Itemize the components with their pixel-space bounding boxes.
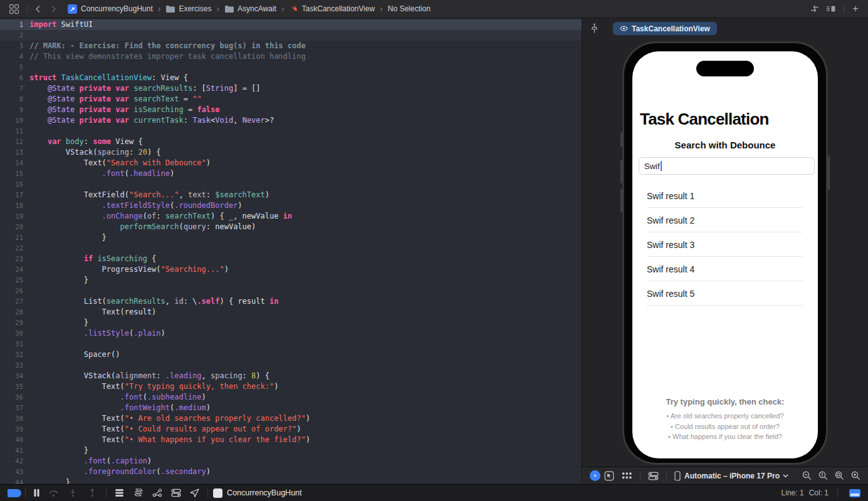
code-line-5[interactable]: 5 [0, 62, 582, 73]
code-line-4[interactable]: 4// This view demonstrates improper task… [0, 51, 582, 62]
code-line-23[interactable]: 23 if isSearching { [0, 254, 582, 264]
code-line-20[interactable]: 20 performSearch(query: newValue) [0, 222, 582, 232]
device-selector[interactable]: Automatic – iPhone 17 Pro [684, 472, 780, 480]
code-line-35[interactable]: 35 Text("Try typing quickly, then check:… [0, 381, 582, 392]
code-line-11[interactable]: 11 [0, 126, 582, 137]
line-number: 39 [0, 424, 29, 435]
code-line-31[interactable]: 31 [0, 339, 582, 349]
view-hierarchy-icon[interactable] [110, 488, 128, 497]
list-item[interactable]: Swif result 5 [632, 281, 818, 306]
source-editor[interactable]: 1import SwiftUI23// MARK: - Exercise: Fi… [0, 18, 582, 484]
code-line-36[interactable]: 36 .font(.subheadline) [0, 392, 582, 403]
line-number: 9 [0, 105, 29, 115]
code-line-27[interactable]: 27 List(searchResults, id: \.self) { res… [0, 296, 582, 307]
editor-grid-icon[interactable] [6, 4, 22, 14]
zoom-actual-icon[interactable] [818, 471, 828, 480]
variants-icon[interactable] [618, 472, 636, 480]
line-number: 30 [0, 328, 29, 339]
code-line-34[interactable]: 34 VStack(alignment: .leading, spacing: … [0, 371, 582, 381]
code-line-32[interactable]: 32 Spacer() [0, 349, 582, 360]
project-icon: ↗ [68, 4, 77, 14]
list-item[interactable]: Swif result 4 [632, 257, 818, 281]
breadcrumb-item-asyncawait[interactable]: AsyncAwait [224, 4, 276, 13]
code-line-13[interactable]: 13 VStack(spacing: 20) { [0, 147, 582, 158]
code-line-2[interactable]: 2 [0, 30, 582, 41]
device-settings-icon[interactable] [644, 472, 662, 480]
breadcrumb-item-exercises[interactable]: Exercises [165, 4, 211, 13]
environment-overrides-icon[interactable] [167, 488, 186, 497]
app-title: Task Cancellation [640, 110, 769, 129]
code-line-25[interactable]: 25 } [0, 275, 582, 286]
editor-options-icon[interactable] [823, 4, 839, 13]
results-list: Swif result 1Swif result 2Swif result 3S… [632, 183, 818, 306]
code-line-1[interactable]: 1import SwiftUI [0, 19, 582, 30]
code-line-12[interactable]: 12 var body: some View { [0, 137, 582, 147]
code-line-21[interactable]: 21 } [0, 232, 582, 243]
code-line-18[interactable]: 18 .textFieldStyle(.roundedBorder) [0, 200, 582, 211]
code-line-7[interactable]: 7 @State private var searchResults: [Str… [0, 83, 582, 94]
chevron-down-icon[interactable] [783, 474, 788, 478]
code-line-39[interactable]: 39 Text("• Could results appear out of o… [0, 424, 582, 435]
code-line-15[interactable]: 15 .font(.headline) [0, 168, 582, 179]
code-line-16[interactable]: 16 [0, 179, 582, 190]
code-line-6[interactable]: 6struct TaskCancellationView: View { [0, 73, 582, 83]
breakpoints-icon[interactable] [8, 489, 21, 497]
breadcrumb-item-taskcancellationview[interactable]: TaskCancellationView [290, 4, 375, 13]
search-input[interactable]: Swif [639, 157, 815, 175]
code-text: Text("• Are old searches properly cancel… [29, 413, 310, 424]
debug-panel-icon[interactable] [849, 489, 860, 497]
zoom-fit-icon[interactable] [835, 471, 844, 480]
code-line-28[interactable]: 28 Text(result) [0, 307, 582, 318]
divider [25, 488, 26, 498]
code-line-9[interactable]: 9 @State private var isSearching = false [0, 105, 582, 115]
code-line-38[interactable]: 38 Text("• Are old searches properly can… [0, 413, 582, 424]
add-editor-icon[interactable]: + [849, 4, 862, 13]
zoom-in-icon[interactable] [851, 471, 860, 480]
running-app-name[interactable]: ConcurrencyBugHunt [227, 488, 302, 497]
step-over-icon[interactable] [44, 488, 63, 497]
code-line-26[interactable]: 26 [0, 286, 582, 296]
pointer-icon[interactable] [600, 471, 618, 481]
preview-tab[interactable]: TaskCancellationView [613, 22, 717, 35]
step-into-icon[interactable] [63, 488, 83, 497]
app-icon [213, 488, 222, 498]
memory-graph-icon[interactable] [128, 488, 148, 497]
step-out-icon[interactable] [83, 488, 102, 497]
zoom-out-icon[interactable] [802, 471, 812, 480]
code-text: @State private var searchText = "" [29, 94, 202, 105]
forward-chevron-icon[interactable] [48, 5, 59, 13]
breadcrumb-item-no-selection[interactable]: No Selection [388, 4, 431, 13]
code-line-8[interactable]: 8 @State private var searchText = "" [0, 94, 582, 105]
pin-icon[interactable] [590, 23, 599, 34]
caption-bullet: • What happens if you clear the field? [632, 431, 818, 442]
code-line-42[interactable]: 42 .font(.caption) [0, 456, 582, 467]
list-item[interactable]: Swif result 2 [632, 208, 818, 232]
location-icon[interactable] [186, 488, 204, 497]
line-number: 3 [0, 41, 29, 51]
code-line-30[interactable]: 30 .listStyle(.plain) [0, 328, 582, 339]
code-line-17[interactable]: 17 TextField("Search...", text: $searchT… [0, 190, 582, 200]
code-line-33[interactable]: 33 [0, 360, 582, 371]
code-line-14[interactable]: 14 Text("Search with Debounce") [0, 158, 582, 168]
code-review-icon[interactable] [807, 4, 823, 13]
code-line-37[interactable]: 37 .fontWeight(.medium) [0, 403, 582, 413]
pause-icon[interactable] [29, 489, 44, 497]
code-line-41[interactable]: 41 } [0, 445, 582, 456]
code-line-22[interactable]: 22 [0, 243, 582, 254]
line-number: 22 [0, 243, 29, 254]
code-line-24[interactable]: 24 ProgressView("Searching...") [0, 264, 582, 275]
network-icon[interactable] [148, 488, 167, 497]
breadcrumb-separator: › [157, 5, 162, 13]
code-line-40[interactable]: 40 Text("• What happens if you clear the… [0, 435, 582, 445]
list-item[interactable]: Swif result 3 [632, 232, 818, 257]
code-line-10[interactable]: 10 @State private var currentTask: Task<… [0, 115, 582, 126]
back-chevron-icon[interactable] [33, 5, 43, 13]
code-line-43[interactable]: 43 .foregroundColor(.secondary) [0, 467, 582, 477]
play-icon[interactable] [590, 470, 600, 481]
code-line-19[interactable]: 19 .onChange(of: searchText) { _, newVal… [0, 211, 582, 222]
code-line-44[interactable]: 44 } [0, 477, 582, 484]
code-line-3[interactable]: 3// MARK: - Exercise: Find the concurren… [0, 41, 582, 51]
list-item[interactable]: Swif result 1 [632, 183, 818, 208]
code-line-29[interactable]: 29 } [0, 318, 582, 328]
breadcrumb-item-concurrencybughunt[interactable]: ↗ConcurrencyBugHunt [68, 4, 153, 14]
